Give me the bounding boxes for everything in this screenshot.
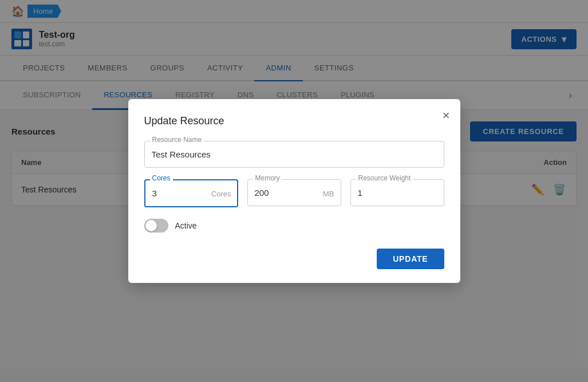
fields-row: Cores Cores Memory MB Resource Weight bbox=[144, 179, 444, 207]
active-toggle-row: Active bbox=[144, 219, 444, 233]
cores-suffix: Cores bbox=[211, 189, 231, 198]
weight-input[interactable] bbox=[350, 179, 444, 206]
weight-field: Resource Weight bbox=[350, 179, 444, 207]
resource-name-label: Resource Name bbox=[150, 136, 204, 144]
update-button[interactable]: UPDATE bbox=[377, 249, 444, 269]
modal-overlay: Update Resource × Resource Name Cores Co… bbox=[0, 0, 588, 368]
modal-close-button[interactable]: × bbox=[443, 109, 450, 122]
weight-label: Resource Weight bbox=[356, 174, 413, 182]
toggle-thumb bbox=[145, 220, 157, 231]
active-label: Active bbox=[175, 221, 197, 230]
modal-title: Update Resource bbox=[144, 115, 444, 127]
modal-footer: UPDATE bbox=[144, 249, 444, 269]
memory-field: Memory MB bbox=[247, 179, 341, 207]
update-resource-modal: Update Resource × Resource Name Cores Co… bbox=[128, 99, 460, 283]
resource-name-field: Resource Name bbox=[144, 141, 444, 168]
cores-field: Cores Cores bbox=[144, 179, 238, 207]
memory-label: Memory bbox=[253, 174, 282, 182]
memory-suffix: MB bbox=[323, 189, 334, 198]
resource-name-input[interactable] bbox=[144, 141, 444, 168]
cores-label: Cores bbox=[150, 174, 173, 182]
active-toggle[interactable] bbox=[144, 219, 168, 233]
